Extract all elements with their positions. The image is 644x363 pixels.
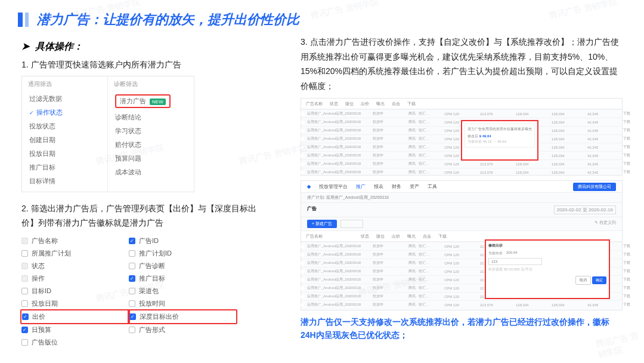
- page-title: 潜力广告：让提价有的放矢，提升出价性价比: [37, 11, 299, 29]
- filter-item[interactable]: 推广目标: [28, 161, 101, 174]
- checkbox-label: 状态: [32, 262, 45, 270]
- table-row[interactable]: 应用推广_Android应用_20200318投放中腾讯 · 智汇…CPM 12…: [301, 300, 622, 309]
- cancel-button[interactable]: 取消: [575, 276, 591, 285]
- step-1: 1. 广告管理页快速筛选账户内所有潜力广告: [21, 58, 265, 72]
- filter-item[interactable]: 预算问题: [114, 152, 188, 165]
- price-popup-1: 潜力广告使用系统推荐出价赢得更多曝光 修改后 ¥ 49.64 当前出价 45.1…: [461, 120, 538, 161]
- column-checkbox[interactable]: 目标ID: [21, 285, 129, 297]
- column-checkbox[interactable]: 出价: [22, 310, 128, 323]
- column-checkbox[interactable]: 广告诊断: [129, 260, 236, 272]
- checkbox-icon: [129, 288, 135, 294]
- price-range-hint: 出价设置 50-10,000 元/千次: [488, 267, 606, 272]
- checkbox-icon: [129, 250, 135, 257]
- checkbox-label: 目标ID: [32, 287, 51, 296]
- filter-item-active[interactable]: 操作状态: [28, 106, 101, 119]
- column-checkbox[interactable]: 日预算: [21, 324, 129, 336]
- checkbox-icon: [21, 288, 28, 294]
- tab[interactable]: 资产: [410, 183, 419, 190]
- column-checkbox[interactable]: 渠道包: [129, 285, 236, 297]
- popup-value: ¥ 49.64: [479, 134, 491, 138]
- popup-label: 修改后: [467, 134, 478, 138]
- filter-item[interactable]: 创建日期: [28, 133, 101, 147]
- checkbox-icon: [129, 300, 135, 307]
- column-checkbox[interactable]: 投放日期: [21, 297, 129, 310]
- section-heading-text: 具体操作：: [35, 41, 83, 51]
- column-checkbox[interactable]: 推广计划ID: [129, 247, 236, 260]
- checkbox-label: 广告版位: [32, 338, 58, 347]
- platform-header: ◆ 投放管理平台 推广 报表 财务 资产 工具 腾讯科技有限公司: [301, 181, 622, 193]
- checkbox-label: 渠道包: [139, 287, 159, 296]
- tab[interactable]: 推广: [356, 183, 366, 190]
- column-checkbox[interactable]: 状态: [21, 260, 129, 272]
- popup-hint: 当前出价 45.13 → 49.64: [467, 139, 532, 144]
- search-box[interactable]: [340, 220, 363, 228]
- filter-item[interactable]: 赔付状态: [114, 138, 188, 152]
- checkbox-label: 广告名称: [32, 236, 58, 245]
- column-checkbox[interactable]: 广告ID: [129, 235, 236, 247]
- checkbox-label: 出价: [32, 312, 45, 321]
- tab[interactable]: 工具: [428, 183, 437, 190]
- table-row[interactable]: 应用推广_Android应用_20200318投放中腾讯 · 智汇…CPM 12…: [301, 159, 622, 168]
- checkbox-label: 推广计划ID: [139, 249, 172, 258]
- table-row[interactable]: 应用推广_Android应用_20200318投放中腾讯 · 智汇…CPM 12…: [301, 109, 622, 118]
- popup-title: 修改出价: [488, 243, 606, 248]
- table-header: 广告名称状态版位出价曝光点击下载: [301, 99, 622, 109]
- price-popup-2: 修改出价 当前出价 200.04 123 出价设置 50-10,000 元/千次…: [485, 239, 610, 299]
- price-input[interactable]: 123: [488, 258, 542, 265]
- column-checkbox[interactable]: 广告名称: [21, 235, 129, 247]
- checkbox-icon: [21, 300, 28, 307]
- tab[interactable]: 财务: [392, 183, 401, 190]
- checkbox-icon: [21, 275, 28, 282]
- filter-item[interactable]: 投放状态: [28, 119, 101, 133]
- footer-note: 潜力广告仅一天支持修改一次系统推荐出价，若潜力广告已经进行过改价操作，徽标24H…: [301, 315, 623, 342]
- section-heading: ➤ 具体操作：: [21, 41, 265, 53]
- section-tab[interactable]: 广告: [307, 205, 317, 214]
- checkbox-icon: [21, 327, 28, 333]
- checkbox-icon: [21, 339, 28, 346]
- filter-head-left: 通用筛选: [28, 80, 101, 88]
- title-accent-1: [18, 13, 23, 27]
- checkbox-label: 推广目标: [139, 274, 165, 283]
- filter-item-highlighted[interactable]: 潜力广告 NEW: [114, 92, 188, 110]
- checkbox-label: 广告ID: [139, 236, 159, 245]
- checkbox-label: 所属推广计划: [32, 249, 71, 258]
- column-checkbox[interactable]: 操作: [21, 272, 129, 285]
- column-checkbox[interactable]: 广告版位: [21, 336, 129, 349]
- column-checkbox[interactable]: 所属推广计划: [21, 247, 129, 260]
- column-checkbox[interactable]: 投放时间: [129, 297, 236, 310]
- checkbox-icon: [129, 263, 135, 269]
- checkbox-icon: [22, 313, 29, 320]
- filter-item[interactable]: 目标详情: [28, 174, 101, 188]
- tab[interactable]: 报表: [374, 183, 383, 190]
- cur-price-value: 200.04: [506, 251, 517, 256]
- filter-item[interactable]: 诊断结论: [114, 110, 188, 124]
- new-ad-button[interactable]: + 新建广告: [307, 220, 337, 228]
- checkbox-label: 广告诊断: [139, 262, 165, 270]
- table-row[interactable]: 应用推广_Android应用_20200318投放中腾讯 · 智汇…CPM 12…: [301, 168, 622, 176]
- new-badge: NEW: [150, 99, 166, 105]
- chevron-right-icon: ➤: [21, 41, 29, 51]
- filter-item[interactable]: 投放日期: [28, 147, 101, 161]
- column-checkbox[interactable]: 广告形式: [129, 324, 236, 336]
- filter-item[interactable]: 过滤无数据: [28, 92, 101, 106]
- screenshot-2: ◆ 投放管理平台 推广 报表 财务 资产 工具 腾讯科技有限公司 推广计划: 应…: [301, 180, 623, 310]
- breadcrumb: 推广计划: 应用推广_Android应用_20200318: [301, 193, 622, 203]
- filter-item[interactable]: 学习状态: [114, 124, 188, 138]
- confirm-button[interactable]: 确定: [592, 276, 606, 284]
- step-3: 3. 点击潜力广告进行改价操作，支持【自定义改价】与【系统推荐改价】；潜力广告使…: [301, 35, 623, 93]
- checkbox-icon: [129, 275, 135, 282]
- filter-panel: 通用筛选 过滤无数据 操作状态 投放状态 创建日期 投放日期 推广目标 目标详情…: [21, 76, 194, 192]
- checkbox-icon: [21, 238, 28, 244]
- column-checkbox[interactable]: 推广目标: [129, 272, 236, 285]
- checkbox-icon: [129, 238, 135, 244]
- date-range[interactable]: 2020-02-02 至 2020-02-16: [554, 205, 616, 214]
- checkbox-icon: [21, 250, 28, 257]
- column-checkbox[interactable]: 深度目标出价: [129, 310, 236, 323]
- filter-highlight-label: 潜力广告: [120, 97, 146, 104]
- checkbox-label: 投放时间: [139, 299, 165, 308]
- step-2: 2. 筛选出潜力广告后，广告管理列表页【出价】与【深度目标出价】列带有潜力广告徽…: [21, 202, 265, 230]
- platform-title: 投放管理平台: [319, 183, 348, 190]
- filter-item[interactable]: 成本波动: [114, 165, 188, 179]
- filter-head-right: 诊断筛选: [114, 80, 188, 88]
- account-badge[interactable]: 腾讯科技有限公司: [573, 183, 616, 191]
